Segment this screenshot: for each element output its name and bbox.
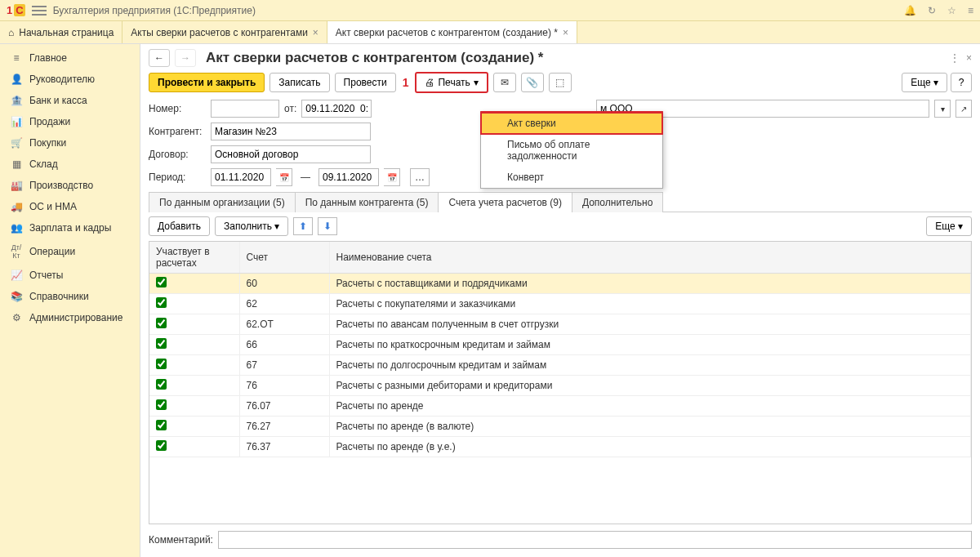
period-from-input[interactable] [211,168,271,186]
table-row[interactable]: 76.37Расчеты по аренде (в у.е.) [149,437,971,457]
row-checkbox[interactable] [156,379,167,390]
print-debt-letter[interactable]: Письмо об оплате задолженности [481,134,662,167]
print-button[interactable]: 🖨 Печать ▾ [415,72,488,93]
period-to-input[interactable] [318,168,379,186]
contract-input[interactable] [211,145,371,163]
calendar-icon[interactable]: 📅 [384,168,400,186]
table-row[interactable]: 76.07Расчеты по аренде [149,396,971,417]
back-button[interactable]: ← [149,49,170,67]
table-row[interactable]: 62Расчеты с покупателями и заказчиками [149,294,971,314]
row-name: Расчеты с разными дебиторами и кредитора… [329,376,971,396]
period-picker-button[interactable]: … [410,168,430,186]
tab-org-data[interactable]: По данным организации (5) [149,192,296,212]
sidebar-item-purchases[interactable]: 🛒Покупки [0,132,140,154]
post-and-close-button[interactable]: Провести и закрыть [149,73,265,92]
col-name[interactable]: Наименование счета [329,242,971,274]
people-icon: 👥 [10,222,23,234]
more-button[interactable]: Еще ▾ [902,73,947,92]
dropdown-icon[interactable]: ▾ [934,100,951,118]
row-checkbox[interactable] [156,440,167,451]
sidebar-item-payroll[interactable]: 👥Зарплата и кадры [0,217,140,238]
col-participates[interactable]: Участвует в расчетах [149,242,239,274]
row-account: 76.27 [239,417,329,437]
move-up-button[interactable]: ⬆ [293,217,313,235]
sidebar-item-assets[interactable]: 🚚ОС и НМА [0,196,140,217]
sidebar-item-warehouse[interactable]: ▦Склад [0,154,140,175]
table-row[interactable]: 76Расчеты с разными дебиторами и кредито… [149,376,971,396]
sidebar-item-admin[interactable]: ⚙Администрирование [0,307,140,328]
bell-icon[interactable]: 🔔 [904,5,916,16]
table-more-button[interactable]: Еще ▾ [926,216,972,236]
menu-icon[interactable] [32,3,47,18]
attach-button[interactable]: 📎 [521,73,544,92]
sidebar-item-bank[interactable]: 🏦Банк и касса [0,90,140,111]
post-button[interactable]: Провести [335,73,396,92]
number-label: Номер: [149,103,206,114]
from-date-input[interactable] [301,100,372,118]
sidebar-item-operations[interactable]: Дт/КтОперации [0,238,140,265]
tab-additional[interactable]: Дополнительно [572,192,663,212]
print-act-sverki[interactable]: Акт сверки [481,113,662,134]
sidebar-item-main[interactable]: ≡Главное [0,47,140,69]
move-down-button[interactable]: ⬇ [318,217,337,235]
row-checkbox[interactable] [156,277,167,287]
row-checkbox[interactable] [156,338,167,349]
barchart-icon: 📈 [10,270,23,281]
open-ref-icon[interactable]: ↗ [956,100,972,118]
row-account: 62.ОТ [239,314,329,335]
printer-icon: 🖨 [425,77,434,88]
email-button[interactable]: ✉ [493,73,516,92]
sidebar-item-dictionaries[interactable]: 📚Справочники [0,286,140,307]
row-checkbox[interactable] [156,399,167,410]
dtkt-icon: Дт/Кт [10,243,23,260]
col-account[interactable]: Счет [239,242,329,274]
row-account: 76.37 [239,437,329,457]
close-icon[interactable]: × [313,27,318,38]
row-checkbox[interactable] [156,359,167,369]
help-button[interactable]: ? [951,73,972,92]
row-account: 66 [239,335,329,355]
add-row-button[interactable]: Добавить [149,216,210,236]
table-row[interactable]: 66Расчеты по краткосрочным кредитам и за… [149,335,971,355]
top-tab-0[interactable]: Акты сверки расчетов с контрагентами × [122,21,327,43]
save-button[interactable]: Записать [270,73,329,92]
star-icon[interactable]: ☆ [947,5,956,16]
close-page-icon[interactable]: × [966,52,972,64]
menu-dots-icon[interactable]: ⋮ [950,52,960,64]
close-icon[interactable]: × [563,27,568,38]
top-icons: 🔔 ↻ ☆ ≡ [904,5,973,16]
contract-label: Договор: [149,149,206,160]
comment-input[interactable] [218,531,972,549]
calendar-icon[interactable]: 📅 [276,168,292,186]
home-label: Начальная страница [19,27,114,38]
list-icon: ≡ [10,52,23,64]
sidebar: ≡Главное 👤Руководителю 🏦Банк и касса 📊Пр… [0,44,140,557]
table-row[interactable]: 62.ОТРасчеты по авансам полученным в сче… [149,314,971,335]
sidebar-item-manager[interactable]: 👤Руководителю [0,69,140,90]
panel-icon[interactable]: ≡ [968,5,973,16]
number-input[interactable] [211,100,279,118]
row-checkbox[interactable] [156,318,167,328]
breadcrumb-bar: ⌂ Начальная страница Акты сверки расчето… [0,21,980,44]
history-icon[interactable]: ↻ [928,5,936,16]
top-tab-1[interactable]: Акт сверки расчетов с контрагентом (созд… [327,21,577,43]
counterparty-input[interactable] [211,123,371,140]
grid-icon: ▦ [10,158,23,170]
print-envelope[interactable]: Конверт [481,167,662,188]
row-account: 67 [239,355,329,376]
fill-button[interactable]: Заполнить ▾ [215,216,288,236]
row-checkbox[interactable] [156,297,167,308]
sidebar-item-production[interactable]: 🏭Производство [0,175,140,196]
table-row[interactable]: 76.27Расчеты по аренде (в валюте) [149,417,971,437]
forward-button[interactable]: → [175,49,196,67]
table-row[interactable]: 60Расчеты с поставщиками и подрядчиками [149,274,971,294]
home-button[interactable]: ⌂ Начальная страница [0,21,122,43]
sidebar-item-sales[interactable]: 📊Продажи [0,111,140,132]
sidebar-item-reports[interactable]: 📈Отчеты [0,265,140,286]
table-row[interactable]: 67Расчеты по долгосрочным кредитам и зай… [149,355,971,376]
gear-icon: ⚙ [10,312,23,323]
structure-button[interactable]: ⬚ [549,73,572,92]
tab-accounts[interactable]: Счета учета расчетов (9) [438,192,572,212]
tab-counterparty-data[interactable]: По данным контрагента (5) [295,192,439,212]
row-checkbox[interactable] [156,420,167,430]
